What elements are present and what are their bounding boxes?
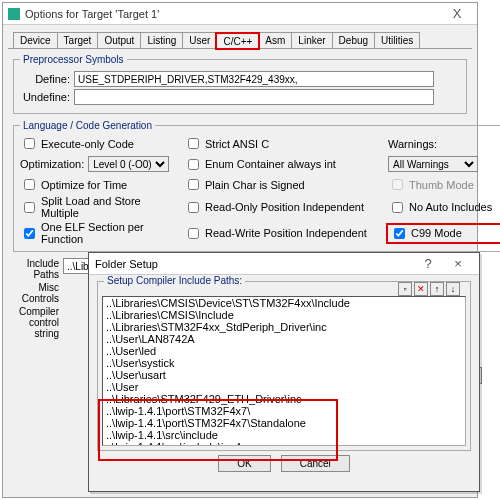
warnings-label: Warnings:: [388, 138, 500, 150]
tab-asm[interactable]: Asm: [258, 32, 292, 48]
window-title: Options for Target 'Target 1': [25, 8, 442, 20]
delete-icon[interactable]: ✕: [414, 282, 428, 296]
optimization-select[interactable]: Level 0 (-O0): [88, 156, 169, 172]
list-item[interactable]: ..\Libraries\STM32F4xx_StdPeriph_Driver\…: [103, 321, 465, 333]
new-folder-icon[interactable]: ▫: [398, 282, 412, 296]
tab-c-cpp[interactable]: C/C++: [216, 33, 259, 49]
list-item[interactable]: ..\User\usart: [103, 369, 465, 381]
list-item[interactable]: ..\User: [103, 381, 465, 393]
preprocessor-group: Preprocessor Symbols Define: Undefine:: [13, 54, 467, 114]
exec-only-checkbox[interactable]: Execute-only Code: [20, 135, 180, 152]
list-item[interactable]: ..\User\systick: [103, 357, 465, 369]
list-item[interactable]: ..\Libraries\CMSIS\Include: [103, 309, 465, 321]
undefine-label: Undefine:: [20, 91, 70, 103]
rw-pos-checkbox[interactable]: Read-Write Position Independent: [184, 225, 384, 242]
optim-label: Optimization:: [20, 158, 84, 170]
list-item[interactable]: ..\lwip-1.4.1\port\STM32F4x7\Standalone: [103, 417, 465, 429]
dialog-title: Folder Setup: [95, 258, 413, 270]
language-legend: Language / Code Generation: [20, 120, 155, 131]
list-item[interactable]: ..\User\LAN8742A: [103, 333, 465, 345]
plain-char-checkbox[interactable]: Plain Char is Signed: [184, 176, 384, 193]
define-label: Define:: [20, 73, 70, 85]
paths-listbox[interactable]: ..\Libraries\CMSIS\Device\ST\STM32F4xx\I…: [102, 296, 466, 446]
tab-utilities[interactable]: Utilities: [374, 32, 420, 48]
language-group: Language / Code Generation Execute-only …: [13, 120, 500, 252]
list-item[interactable]: ..\lwip-1.4.1\port\STM32F4x7\: [103, 405, 465, 417]
paths-group: Setup Compiler Include Paths: ▫ ✕ ↑ ↓ ..…: [97, 281, 471, 451]
split-load-checkbox[interactable]: Split Load and Store Multiple: [20, 195, 180, 219]
dialog-close-icon[interactable]: ×: [443, 256, 473, 271]
enum-checkbox[interactable]: Enum Container always int: [184, 156, 384, 173]
thumb-checkbox: Thumb Mode: [388, 176, 500, 193]
include-paths-label: Include Paths: [13, 258, 59, 280]
tab-output[interactable]: Output: [97, 32, 141, 48]
ro-pos-checkbox[interactable]: Read-Only Position Independent: [184, 199, 384, 216]
app-icon: [8, 8, 20, 20]
c99-checkbox[interactable]: C99 Mode: [388, 225, 500, 242]
move-down-icon[interactable]: ↓: [446, 282, 460, 296]
folder-setup-dialog: Folder Setup ? × Setup Compiler Include …: [88, 252, 480, 492]
tab-user[interactable]: User: [182, 32, 217, 48]
opt-time-checkbox[interactable]: Optimize for Time: [20, 176, 180, 193]
close-icon[interactable]: X: [442, 6, 472, 21]
list-item[interactable]: ..\lwip-1.4.1\src\include: [103, 429, 465, 441]
move-up-icon[interactable]: ↑: [430, 282, 444, 296]
strict-ansi-checkbox[interactable]: Strict ANSI C: [184, 135, 384, 152]
paths-group-label: Setup Compiler Include Paths:: [104, 275, 245, 286]
list-item[interactable]: ..\lwip-1.4.1\src\include\ipv4: [103, 441, 465, 446]
tab-debug[interactable]: Debug: [332, 32, 375, 48]
tab-device[interactable]: Device: [13, 32, 58, 48]
titlebar: Options for Target 'Target 1' X: [3, 3, 477, 25]
no-auto-checkbox[interactable]: No Auto Includes: [388, 199, 500, 216]
compiler-string-label: Compiler control string: [13, 306, 59, 339]
tab-bar: Device Target Output Listing User C/C++ …: [8, 30, 472, 49]
ok-button[interactable]: OK: [218, 455, 270, 472]
one-elf-checkbox[interactable]: One ELF Section per Function: [20, 221, 180, 245]
tab-listing[interactable]: Listing: [140, 32, 183, 48]
dialog-help-icon[interactable]: ?: [413, 256, 443, 271]
warnings-select[interactable]: All Warnings: [388, 156, 478, 172]
list-item[interactable]: ..\User\led: [103, 345, 465, 357]
cancel-button[interactable]: Cancel: [281, 455, 350, 472]
toolbar: ▫ ✕ ↑ ↓: [398, 282, 460, 296]
list-item[interactable]: ..\Libraries\STM32F429_ETH_Driver\inc: [103, 393, 465, 405]
list-item[interactable]: ..\Libraries\CMSIS\Device\ST\STM32F4xx\I…: [103, 297, 465, 309]
define-input[interactable]: [74, 71, 434, 87]
tab-linker[interactable]: Linker: [291, 32, 332, 48]
preprocessor-legend: Preprocessor Symbols: [20, 54, 127, 65]
misc-label: Misc Controls: [13, 282, 59, 304]
tab-target[interactable]: Target: [57, 32, 99, 48]
dialog-titlebar: Folder Setup ? ×: [89, 253, 479, 275]
undefine-input[interactable]: [74, 89, 434, 105]
